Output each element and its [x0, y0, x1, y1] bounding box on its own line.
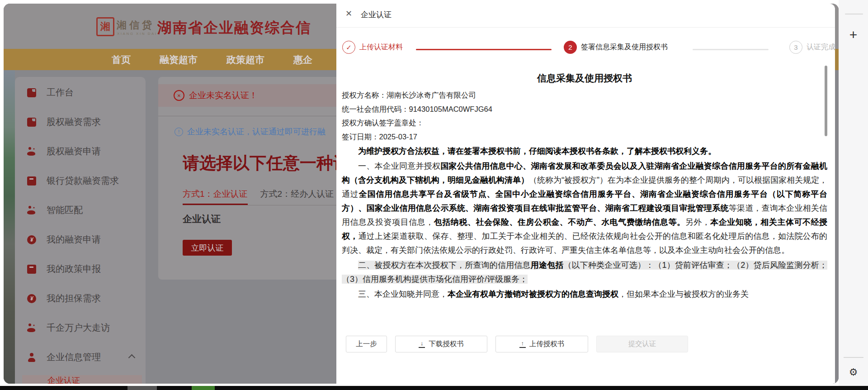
sidebar-item[interactable]: 千企万户大走访	[15, 313, 146, 342]
sidebar-item[interactable]: 银行贷款融资需求	[15, 166, 146, 195]
close-icon[interactable]: ✕	[345, 10, 352, 18]
document-field: 授权方确认签字盖章处：	[342, 116, 827, 130]
chevron-up-icon	[128, 354, 136, 361]
sidebar-item[interactable]: ¥ 我的担保需求	[15, 284, 146, 313]
enterprise-visit-icon	[27, 323, 36, 333]
modal-button[interactable]: 提交认证	[596, 336, 688, 352]
sidebar: 工作台 股权融资需求 股权融资申请 银行贷款融资需求	[15, 77, 146, 384]
sidebar-subitem-active[interactable]: 企业认证	[22, 375, 142, 384]
background-photo	[4, 70, 15, 384]
document-field: 统一社会信用代码：91430105MAC0WFJG64	[342, 102, 827, 116]
document-paragraph: 一、本企业同意并授权国家公共信用信息中心、湖南省发展和改革委员会以及入驻湖南省企…	[342, 159, 827, 257]
document-fields: 授权方名称：湖南长沙冰奇广告有限公司统一社会信用代码：91430105MAC0W…	[342, 88, 827, 143]
taskbar-segment-green	[192, 386, 215, 390]
stepper-connector-done	[416, 49, 552, 50]
sidebar-item[interactable]: 股权融资申请	[15, 137, 146, 166]
logo-seal-icon: 湘	[96, 17, 114, 36]
my-financing-apply-icon: ¥	[27, 235, 36, 244]
error-circle-icon: ✕	[174, 90, 184, 101]
sidebar-item[interactable]: ¥ 我的融资申请	[15, 225, 146, 254]
my-policy-declare-icon	[27, 265, 36, 274]
modal-button[interactable]: ↑ 上传授权书	[495, 336, 588, 352]
info-circle-icon: !	[175, 128, 183, 136]
document-paragraph: 三、本企业知晓并同意，本企业有权单方撤销对被授权方的信息查询授权，但如果本企业与…	[342, 287, 827, 301]
stepper-connector-pending	[693, 49, 769, 50]
sidebar-item[interactable]: 股权融资需求	[15, 107, 146, 137]
document-title: 信息采集及使用授权书	[342, 72, 827, 85]
divider	[336, 27, 835, 28]
browser-side-rail: + ⚙	[839, 0, 868, 386]
rail-divider-bottom	[844, 357, 863, 358]
document-field: 签订日期：2025-03-17	[342, 130, 827, 144]
section-title: 企业认证	[183, 213, 221, 225]
logo-seal-glyph: 湘	[100, 20, 110, 33]
sidebar-item[interactable]: 工作台	[15, 78, 146, 107]
gear-icon[interactable]: ⚙	[839, 366, 868, 378]
taskbar-segment-gray	[127, 386, 157, 390]
modal-button[interactable]: 上一步	[346, 336, 387, 352]
site-title: 湖南省企业融资综合信	[157, 18, 338, 38]
sidebar-item[interactable]: 我的政策申报	[15, 254, 146, 284]
taskbar[interactable]	[0, 386, 868, 390]
document-paragraphs: 为维护授权方合法权益，请在签署本授权书前，仔细阅读本授权书各条款，了解本授权书权…	[342, 144, 827, 301]
browser-window: 湘 湘信贷 XIANG XIN DAI 湖南省企业融资综合信 首页融资超市政策超…	[4, 4, 839, 384]
workbench-icon	[27, 88, 36, 97]
certify-now-button[interactable]: 立即认证	[183, 240, 232, 256]
logo-subtitle: XIANG XIN DAI	[117, 32, 157, 36]
document-scrollbar-thumb[interactable]	[825, 66, 827, 136]
info-text: 企业未实名认证，认证通过即可进行融	[187, 126, 326, 137]
tab[interactable]: 方式1：企业认证	[183, 188, 248, 205]
bank-loan-demand-icon	[27, 176, 36, 185]
tab[interactable]: 方式2：经办人认证	[260, 188, 334, 205]
alert-text: 企业未实名认证！	[189, 90, 258, 101]
plus-icon[interactable]: +	[839, 27, 868, 43]
document-field: 授权方名称：湖南长沙冰奇广告有限公司	[342, 88, 827, 102]
my-guarantee-demand-icon: ¥	[27, 294, 36, 303]
equity-financing-demand-icon	[27, 118, 36, 127]
equity-financing-apply-icon	[27, 147, 36, 156]
modal-footer-buttons: 上一步 ↓ 下载授权书 ↑ 上传授权书 提交认证	[346, 336, 688, 352]
upload-icon: ↑	[519, 341, 526, 348]
modal-title: 企业认证	[361, 10, 392, 20]
enterprise-auth-modal: ✕ 企业认证 ✓ 上传认证材料 2 签署信息采集及使用授权书 3 认证完成 信息…	[336, 4, 835, 384]
company-info-icon	[27, 353, 36, 362]
nav-item[interactable]: 政策超市	[226, 53, 264, 66]
document-paragraph: 二、被授权方在本次授权下，所查询的信用信息用途包括（以下种类企业可选）：（1）贷…	[342, 258, 827, 286]
nav-item[interactable]: 融资超市	[160, 53, 198, 66]
sidebar-item[interactable]: 企业信息管理	[15, 342, 146, 372]
download-icon: ↓	[419, 341, 425, 348]
rail-divider-top	[845, 14, 863, 14]
nav-item[interactable]: 首页	[112, 53, 131, 66]
nav-item[interactable]: 惠企	[293, 53, 312, 66]
authorization-document[interactable]: 信息采集及使用授权书 授权方名称：湖南长沙冰奇广告有限公司统一社会信用代码：91…	[342, 52, 827, 328]
document-paragraph: 为维护授权方合法权益，请在签署本授权书前，仔细阅读本授权书各条款，了解本授权书权…	[342, 144, 827, 158]
modal-button[interactable]: ↓ 下载授权书	[395, 336, 487, 352]
smart-match-icon	[27, 206, 36, 215]
sidebar-item[interactable]: 智能匹配	[15, 195, 146, 225]
sidebar-menu: 工作台 股权融资需求 股权融资申请 银行贷款融资需求	[15, 78, 146, 372]
logo-name: 湘信贷	[117, 19, 155, 32]
page-heading: 请选择以下任意一种认	[183, 152, 338, 175]
